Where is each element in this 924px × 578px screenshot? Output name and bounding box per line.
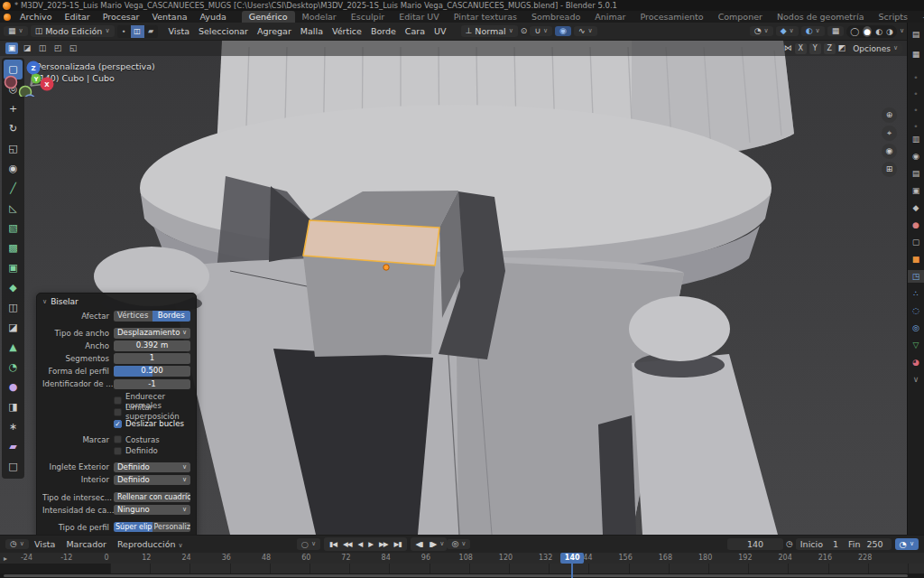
workspace-tab[interactable]: Animar <box>587 11 633 23</box>
viewport-menu-item[interactable]: Vista <box>164 25 194 37</box>
viewport-menu-item[interactable]: Vértice <box>328 25 366 37</box>
start-frame-field[interactable]: 1 <box>826 539 845 549</box>
jump-to-end-button[interactable]: ▶▮ <box>392 538 404 550</box>
mirror-axis-x[interactable]: X <box>795 43 807 54</box>
tool-scale[interactable]: ◱ <box>4 139 23 159</box>
select-paint-icon[interactable]: ◱ <box>67 42 79 54</box>
clamp-overlap-checkbox[interactable] <box>114 408 122 416</box>
profile-superellipse-button[interactable]: Súper elipse <box>114 522 152 533</box>
prev-frame-button[interactable]: ◀▮ <box>413 538 426 550</box>
axis-x-neg-handle[interactable] <box>5 77 17 89</box>
tool-poly-build[interactable]: ▲ <box>4 338 23 358</box>
tab-material-icon[interactable]: ◕ <box>908 356 924 368</box>
tool-shrink-fatten[interactable]: ∗ <box>4 417 23 437</box>
loop-slide-checkbox[interactable]: ✓ <box>114 420 122 428</box>
select-mode-vertex-icon[interactable]: ∙ <box>117 25 131 38</box>
viewport-3d[interactable]: ▣◪◫◰◱ ⋈ XYZ ◩ Opciones ∨ ▢◎+↻◱◉╱◺▧▩▣◆◫◪▲… <box>0 41 908 535</box>
tab-constraints-icon[interactable]: ◎ <box>908 322 924 334</box>
workspace-tab[interactable]: + <box>915 11 924 23</box>
playback-menu[interactable]: Reproducción ∨ <box>112 539 189 549</box>
playhead-line[interactable] <box>571 563 573 578</box>
miter-outer-select[interactable]: Definido ∨ <box>114 462 190 473</box>
affect-vertices-button[interactable]: Vértices <box>114 311 152 322</box>
viewport-menu-item[interactable]: Seleccionar <box>194 25 253 37</box>
segments-field[interactable]: 1 <box>114 353 190 364</box>
workspace-tab[interactable]: Editar UV <box>392 11 447 23</box>
proportional-edit-button[interactable]: ◉ <box>555 26 571 36</box>
pivot-point-icon[interactable]: ⊙ <box>521 27 528 35</box>
harden-normals-checkbox[interactable] <box>114 396 122 405</box>
top-menu-item[interactable]: Procesar <box>97 11 146 23</box>
mirror-axis-y[interactable]: Y <box>809 43 821 54</box>
playhead-label[interactable]: 140 <box>560 553 584 564</box>
mark-seams-checkbox[interactable] <box>114 435 122 443</box>
workspace-tab[interactable]: Scripts <box>871 11 915 23</box>
top-menu-item[interactable]: Archivo <box>14 11 59 23</box>
panel-collapse-icon[interactable]: ∨ <box>42 299 47 305</box>
tool-knife[interactable]: ◪ <box>4 318 23 338</box>
miter-inner-select[interactable]: Definido ∨ <box>114 475 190 486</box>
shading-rendered-icon[interactable]: ◑ <box>886 26 893 37</box>
blender-menu-icon[interactable] <box>4 14 11 21</box>
top-menu-item[interactable]: Ayuda <box>194 11 233 23</box>
tool-rip-region[interactable]: □ <box>4 457 23 477</box>
navigation-gizmo[interactable]: Z Y X <box>0 41 58 97</box>
profile-custom-button[interactable]: Personaliza... <box>152 522 191 533</box>
transform-orientation-selector[interactable]: ⊥ Normal ∨ <box>461 25 518 37</box>
mode-selector[interactable]: ◫ Modo Edición ∨ <box>31 25 115 37</box>
gizmo-toggle[interactable]: ◆ ∨ <box>776 26 799 36</box>
keying-set-button[interactable]: ◎ ∨ <box>447 539 470 549</box>
xray-toggle[interactable]: ▦ <box>827 26 845 36</box>
play-button[interactable]: ▶ <box>365 538 375 550</box>
tab-view-layer-icon[interactable]: ▣ <box>908 184 924 197</box>
tool-move[interactable]: + <box>4 99 23 119</box>
snap-button[interactable]: ∪ ∨ <box>530 26 552 36</box>
tool-rotate[interactable]: ↻ <box>4 119 23 139</box>
intersection-type-select[interactable]: Rellenar con cuadrícula ∨ <box>114 492 190 503</box>
top-menu-item[interactable]: Ventana <box>145 11 193 23</box>
workspace-tab[interactable]: Nodos de geometría <box>770 11 872 23</box>
tool-extrude-region[interactable]: ▩ <box>4 238 23 258</box>
ortho-grid-icon[interactable]: ⊞ <box>882 162 897 177</box>
tool-transform[interactable]: ◉ <box>4 159 23 179</box>
viewport-menu-item[interactable]: Cara <box>401 25 430 37</box>
blender-logo-icon[interactable] <box>3 2 11 10</box>
timeline-editor-type-button[interactable]: ◷ ∨ <box>5 539 29 549</box>
end-frame-field[interactable]: 250 <box>863 539 886 549</box>
viewport-menu-item[interactable]: UV <box>430 25 450 37</box>
tool-smooth[interactable]: ● <box>4 378 23 397</box>
options-dropdown[interactable]: Opciones ∨ <box>848 43 902 54</box>
timeline-view-toggle[interactable]: ◔ ∨ <box>895 538 919 550</box>
outliner-editor-icon[interactable]: ▤ <box>908 28 924 41</box>
mirror-icon[interactable]: ⋈ <box>784 44 792 52</box>
tab-collection-icon[interactable]: ▢ <box>908 236 924 248</box>
properties-editor-icon[interactable]: ▦ <box>908 48 924 61</box>
channel-expand-icon[interactable]: ▸ <box>4 555 7 563</box>
tool-annotate[interactable]: ╱ <box>4 179 23 199</box>
profile-shape-slider[interactable]: 0.500 <box>114 366 190 377</box>
viewport-menu-item[interactable]: Agregar <box>253 25 296 37</box>
tab-scene-icon[interactable]: ◆ <box>908 201 924 214</box>
chevron-down-icon[interactable]: ∨ <box>439 541 444 547</box>
workspace-tab[interactable]: Esculpir <box>344 11 392 23</box>
current-frame-field[interactable]: 140 <box>727 538 783 550</box>
tool-shear[interactable]: ▰ <box>4 437 23 457</box>
scrollbar-thumb[interactable] <box>4 574 908 577</box>
jump-to-start-button[interactable]: ▮◀ <box>327 538 339 550</box>
mirror-axis-z[interactable]: Z <box>824 43 836 54</box>
auto-keying-button[interactable]: ○ ∨ <box>297 538 320 550</box>
play-reverse-button[interactable]: ◀ <box>356 538 365 550</box>
timeline-track[interactable] <box>0 564 924 573</box>
next-frame-button[interactable]: ▮▶ <box>426 538 439 550</box>
tab-particles-icon[interactable]: ∴ <box>908 287 924 300</box>
snap-extra-icon[interactable]: ◩ <box>838 44 846 52</box>
tab-object-data-icon[interactable]: ▽ <box>908 339 924 351</box>
select-mode-edge-icon[interactable]: ◫ <box>131 25 144 38</box>
width-field[interactable]: 0.392 m <box>114 340 190 351</box>
tab-object-icon[interactable]: ■ <box>908 253 924 266</box>
tool-inset-faces[interactable]: ▣ <box>4 258 23 278</box>
workspace-tab[interactable]: Genérico <box>242 11 295 23</box>
next-keyframe-button[interactable]: ▶▶ <box>376 538 391 550</box>
tool-spin[interactable]: ◔ <box>4 358 23 378</box>
shading-dropdown-icon[interactable]: ∨ <box>900 28 904 34</box>
